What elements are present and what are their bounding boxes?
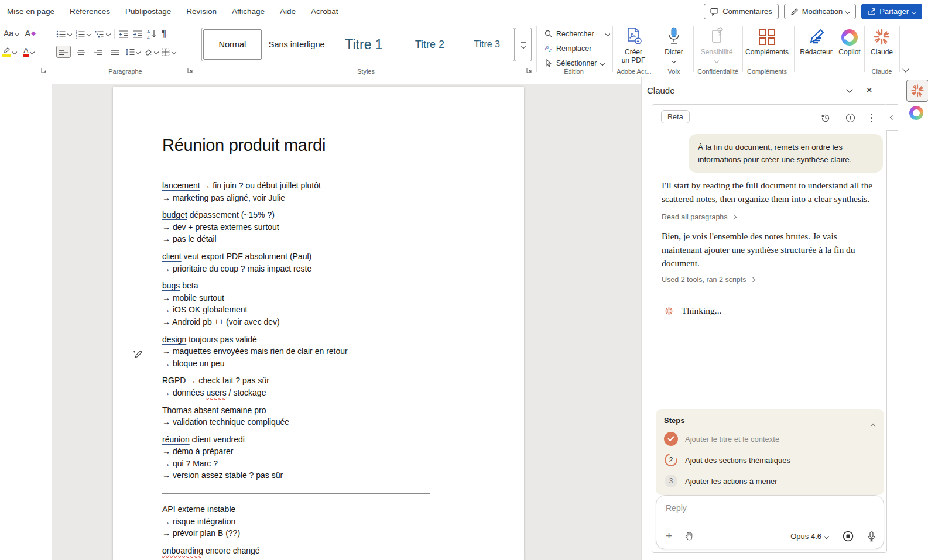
menu-item-références[interactable]: Références: [70, 7, 110, 16]
increase-indent-button[interactable]: [133, 30, 143, 39]
doc-paragraph-group: réunion client vendredi→ démo à préparer…: [162, 434, 477, 482]
decrease-indent-button[interactable]: [119, 30, 129, 39]
doc-paragraph-group: design toujours pas validé→ maquettes en…: [162, 334, 477, 370]
claude-panel: Claude × Beta À la fin du document, reme…: [641, 77, 928, 560]
shading-button[interactable]: [143, 48, 158, 56]
new-chat-icon[interactable]: [845, 113, 855, 123]
stop-icon[interactable]: [843, 531, 854, 542]
multilevel-list-button[interactable]: [95, 30, 110, 39]
document-body: lancement → fin juin ? ou début juillet …: [162, 180, 477, 556]
align-right-button[interactable]: [91, 46, 105, 57]
assistant-message: I'll start by reading the full document …: [662, 178, 879, 205]
dictate-button[interactable]: Dicter: [658, 26, 690, 66]
align-left-button[interactable]: [56, 46, 71, 58]
style-titre-1[interactable]: Titre 1: [328, 28, 399, 61]
step-label: Ajouter les actions à mener: [685, 477, 778, 486]
style-sans-interligne[interactable]: Sans interligne: [263, 28, 328, 61]
history-icon[interactable]: [821, 114, 830, 123]
sensitivity-button[interactable]: Sensibilité: [696, 26, 738, 66]
copilot-addin-rail-button[interactable]: [909, 106, 924, 121]
clear-formatting-button[interactable]: A◆: [25, 28, 36, 38]
chevron-down-icon: [912, 9, 916, 13]
doc-line: → iOS OK globalement: [162, 304, 477, 316]
step-label: Ajouter le titre et le contexte: [685, 435, 779, 444]
editor-button[interactable]: Rédacteur: [796, 26, 836, 56]
ai-edit-margin-icon[interactable]: [132, 349, 143, 359]
step-item-pending: 3Ajouter les actions à mener: [664, 474, 876, 488]
doc-line: → validation technique compliquée: [162, 416, 477, 428]
read-paragraphs-link[interactable]: Read all paragraphs: [662, 213, 736, 221]
addins-button[interactable]: Compléments: [745, 26, 789, 56]
attach-icon[interactable]: +: [666, 532, 672, 540]
create-pdf-button[interactable]: Créer un PDF: [615, 26, 652, 64]
claude-ribbon-button[interactable]: Claude: [867, 26, 897, 56]
svg-text:Z: Z: [147, 35, 150, 39]
styles-dialog-launcher[interactable]: [526, 67, 532, 73]
collapse-ribbon-icon[interactable]: [903, 64, 908, 75]
style-titre-3[interactable]: Titre 3: [460, 28, 514, 61]
microphone-icon[interactable]: [868, 531, 875, 542]
claude-icon: [867, 26, 897, 46]
copilot-icon: [836, 26, 863, 46]
doc-line: → marketing pas aligné, voir Julie: [162, 192, 477, 204]
font-color-button[interactable]: A: [23, 47, 34, 57]
align-center-button[interactable]: [74, 46, 88, 57]
paragraph-group-label: Paragraphe: [56, 68, 194, 75]
doc-line: → Android pb ++ (voir avec dev): [162, 316, 477, 328]
steps-collapse-icon[interactable]: [871, 418, 875, 429]
document-page[interactable]: Réunion produit mardi lancement → fin ju…: [113, 87, 524, 560]
paragraph-dialog-launcher[interactable]: [187, 67, 193, 73]
tools-used-link[interactable]: Used 2 tools, ran 2 scripts: [662, 276, 755, 284]
borders-button[interactable]: [162, 48, 176, 56]
line-spacing-button[interactable]: [125, 48, 140, 56]
more-options-icon[interactable]: [871, 114, 872, 122]
style-titre-2[interactable]: Titre 2: [400, 28, 460, 61]
style-normal[interactable]: Normal: [203, 29, 262, 60]
menu-item-acrobat[interactable]: Acrobat: [311, 7, 338, 16]
menu-item-publipostage[interactable]: Publipostage: [125, 7, 171, 16]
copilot-button[interactable]: Copilot: [836, 26, 863, 56]
doc-paragraph-group: bugs beta→ mobile surtout→ iOS OK global…: [162, 280, 477, 328]
thinking-indicator: Thinking...: [665, 305, 721, 316]
comments-button[interactable]: Commentaires: [704, 4, 779, 19]
highlight-color-button[interactable]: [2, 47, 16, 57]
numbered-list-button[interactable]: 123: [76, 30, 91, 39]
model-selector[interactable]: Opus 4.6: [790, 532, 828, 541]
justify-button[interactable]: [108, 46, 122, 57]
sort-button[interactable]: AZ: [147, 29, 157, 39]
bullet-list-button[interactable]: [56, 30, 71, 39]
claude-icon: [910, 84, 924, 98]
doc-paragraph-group: onboarding encore changé: [162, 545, 477, 557]
addins-icon: [745, 26, 789, 46]
menu-item-mise-en-page[interactable]: Mise en page: [7, 7, 54, 16]
font-dialog-launcher[interactable]: [41, 67, 47, 73]
doc-line: → pas le détail: [162, 233, 477, 245]
styles-more-button[interactable]: [515, 28, 532, 61]
hand-stop-icon[interactable]: [685, 531, 694, 541]
assistant-message: Bien, je vois l'ensemble des notes brute…: [662, 229, 879, 270]
editing-mode-button[interactable]: Modification: [784, 4, 856, 19]
change-case-button[interactable]: Aa: [4, 29, 19, 38]
doc-line: réunion client vendredi: [162, 434, 477, 446]
replace-button[interactable]: bc Remplacer: [545, 42, 609, 55]
menu-item-affichage[interactable]: Affichage: [232, 7, 265, 16]
doc-line: → dev + presta externes surtout: [162, 221, 477, 233]
pilcrow-button[interactable]: ¶: [162, 29, 167, 39]
menu-item-aide[interactable]: Aide: [280, 7, 296, 16]
doc-line: client veut export PDF absolument (Paul): [162, 250, 477, 263]
doc-paragraph-group: lancement → fin juin ? ou début juillet …: [162, 180, 477, 204]
find-button[interactable]: Rechercher: [545, 28, 609, 40]
share-button[interactable]: Partager: [861, 4, 922, 19]
chevron-down-icon: [845, 9, 850, 13]
card-collapse-button[interactable]: [886, 104, 898, 131]
doc-line: Thomas absent semaine pro: [162, 404, 477, 417]
user-message: À la fin du document, remets en ordre le…: [689, 134, 883, 173]
doc-line: API externe instable: [162, 503, 477, 516]
panel-close-icon[interactable]: ×: [866, 86, 872, 94]
panel-collapse-icon[interactable]: [847, 85, 852, 95]
addins-group-label: Compléments: [742, 68, 792, 75]
reply-box[interactable]: Reply + Opus 4.6: [656, 495, 884, 549]
menu-item-révision[interactable]: Révision: [186, 7, 217, 16]
step-label: Ajout des sections thématiques: [685, 456, 790, 465]
claude-addin-rail-button[interactable]: [906, 80, 928, 102]
